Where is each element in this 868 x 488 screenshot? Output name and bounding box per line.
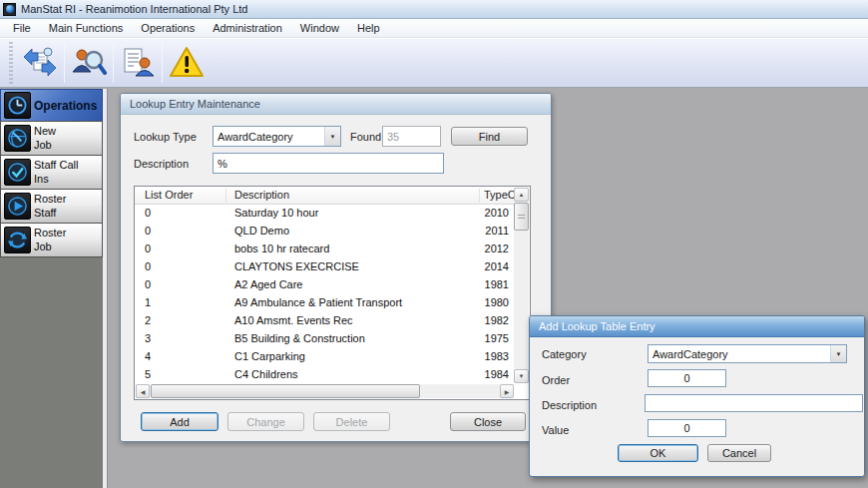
clock-icon xyxy=(4,92,31,119)
add-button[interactable]: Add xyxy=(141,412,218,431)
column-header-type[interactable]: TypeC xyxy=(484,189,514,201)
sidebar-item-label: RosterStaff xyxy=(34,193,66,219)
vertical-scrollbar[interactable]: ▲ ▼ xyxy=(514,188,529,383)
sidebar-item-label: Staff CallIns xyxy=(34,159,78,185)
toolbar-separator xyxy=(64,43,65,83)
app-window: ManStat RI - Reanimotion International P… xyxy=(0,0,868,488)
description-cell: A2 Aged Care xyxy=(234,278,303,290)
cycle-arrows-icon xyxy=(4,227,31,253)
scroll-up-icon[interactable]: ▲ xyxy=(514,188,529,202)
add-dialog-title-bar[interactable]: Add Lookup Table Entry xyxy=(530,316,864,337)
description-cell: A9 Ambulance & Patient Transport xyxy=(234,296,402,308)
menu-item-file[interactable]: File xyxy=(4,20,40,36)
column-header-list-order[interactable]: List Order xyxy=(145,189,193,201)
order-cell: 0 xyxy=(145,243,151,254)
scroll-down-icon[interactable]: ▼ xyxy=(514,369,529,383)
menu-item-help[interactable]: Help xyxy=(348,20,389,36)
horizontal-scrollbar[interactable]: ◀ ▶ xyxy=(136,384,514,398)
description-cell: C1 Carparking xyxy=(234,350,305,362)
change-button: Change xyxy=(227,412,304,431)
column-header-description[interactable]: Description xyxy=(234,189,289,201)
sidebar: Operations NewJob xyxy=(0,89,103,488)
menu-bar: File Main Functions Operations Administr… xyxy=(0,19,868,38)
sidebar-item-label: NewJob xyxy=(34,125,56,151)
sidebar-item-roster-job[interactable]: RosterJob xyxy=(0,223,103,257)
sidebar-item-label: RosterJob xyxy=(34,227,66,252)
order-cell: 3 xyxy=(145,332,151,344)
type-cell: 2014 xyxy=(474,260,509,272)
order-cell: 2 xyxy=(145,314,151,326)
description-cell: B5 Building & Construction xyxy=(234,332,365,344)
staff-report-icon[interactable] xyxy=(115,41,161,85)
table-row[interactable]: 0QLD Demo2011 xyxy=(135,223,514,241)
value-input[interactable] xyxy=(648,419,726,437)
sidebar-item-roster-staff[interactable]: RosterStaff xyxy=(0,189,103,224)
scroll-right-icon[interactable]: ▶ xyxy=(500,384,514,398)
splitter[interactable] xyxy=(103,89,108,488)
lookup-table-rows: 0Saturday 10 hour20100QLD Demo20110bobs … xyxy=(135,205,514,383)
scroll-left-icon[interactable]: ◀ xyxy=(136,384,150,398)
type-cell: 2011 xyxy=(474,225,509,237)
sidebar-item-new-job[interactable]: NewJob xyxy=(0,121,103,156)
add-lookup-table-entry-dialog: Add Lookup Table Entry Category AwardCat… xyxy=(529,315,865,477)
type-cell: 1981 xyxy=(474,278,509,290)
horizontal-scroll-thumb[interactable] xyxy=(151,384,420,398)
table-row[interactable]: 0Saturday 10 hour2010 xyxy=(135,205,514,223)
category-label: Category xyxy=(542,348,587,360)
order-cell: 4 xyxy=(145,350,151,362)
order-cell: 0 xyxy=(145,260,151,272)
sidebar-header-operations[interactable]: Operations xyxy=(0,89,103,122)
lookup-type-dropdown[interactable]: AwardCategory ▼ xyxy=(213,126,341,147)
find-staff-icon[interactable] xyxy=(66,41,112,85)
add-description-input[interactable] xyxy=(645,394,863,412)
table-row[interactable]: 0A2 Aged Care1981 xyxy=(135,276,514,294)
order-cell: 0 xyxy=(145,207,151,219)
warning-icon[interactable] xyxy=(164,41,210,85)
vertical-scroll-thumb[interactable] xyxy=(514,203,529,231)
sidebar-item-staff-call-ins[interactable]: Staff CallIns xyxy=(0,155,103,190)
menu-item-operations[interactable]: Operations xyxy=(132,20,204,36)
order-cell: 1 xyxy=(145,296,151,308)
lookup-type-value: AwardCategory xyxy=(217,131,293,143)
add-description-label: Description xyxy=(542,399,597,411)
column-divider[interactable] xyxy=(479,189,480,203)
description-cell: A10 Amsmt. Events Rec xyxy=(234,314,353,326)
menu-item-window[interactable]: Window xyxy=(291,20,348,36)
chevron-down-icon: ▼ xyxy=(830,345,846,362)
toolbar-separator xyxy=(162,43,163,83)
order-cell: 0 xyxy=(145,225,151,237)
cancel-button[interactable]: Cancel xyxy=(707,444,771,462)
table-row[interactable]: 4C1 Carparking1983 xyxy=(135,348,514,366)
order-input[interactable] xyxy=(648,369,726,387)
order-label: Order xyxy=(542,374,570,386)
type-cell: 1975 xyxy=(474,332,509,344)
ok-button[interactable]: OK xyxy=(618,444,698,462)
check-sphere-icon xyxy=(4,159,31,186)
table-row[interactable]: 3B5 Building & Construction1975 xyxy=(135,330,514,348)
table-row[interactable]: 0CLAYTONS EXECRCISE2014 xyxy=(135,258,514,276)
found-input xyxy=(382,126,441,147)
close-button[interactable]: Close xyxy=(450,412,526,431)
table-row[interactable]: 2A10 Amsmt. Events Rec1982 xyxy=(135,312,514,330)
category-dropdown[interactable]: AwardCategory ▼ xyxy=(648,344,847,363)
type-cell: 2012 xyxy=(474,243,509,254)
description-cell: C4 Childrens xyxy=(234,368,298,380)
table-row[interactable]: 5C4 Childrens1984 xyxy=(135,366,514,383)
lookup-table-header[interactable]: List Order Description TypeC xyxy=(135,187,514,205)
lookup-table: List Order Description TypeC 0Saturday 1… xyxy=(134,186,531,400)
sync-documents-icon[interactable] xyxy=(17,41,63,85)
value-label: Value xyxy=(542,424,569,436)
column-divider[interactable] xyxy=(225,189,226,203)
description-cell: CLAYTONS EXECRCISE xyxy=(234,260,359,272)
menu-item-main-functions[interactable]: Main Functions xyxy=(40,20,133,36)
table-row[interactable]: 0bobs 10 hr ratecard2012 xyxy=(135,241,514,258)
find-button[interactable]: Find xyxy=(451,127,528,146)
description-input[interactable] xyxy=(213,153,444,174)
menu-item-administration[interactable]: Administration xyxy=(204,20,291,36)
lookup-entry-maintenance-dialog: Lookup Entry Maintenance Lookup Type Awa… xyxy=(120,93,552,442)
table-row[interactable]: 1A9 Ambulance & Patient Transport1980 xyxy=(135,294,514,312)
delete-button: Delete xyxy=(313,412,390,431)
type-cell: 2010 xyxy=(474,207,509,219)
lookup-dialog-title-bar[interactable]: Lookup Entry Maintenance xyxy=(121,94,551,115)
toolbar-grip[interactable] xyxy=(9,42,13,84)
